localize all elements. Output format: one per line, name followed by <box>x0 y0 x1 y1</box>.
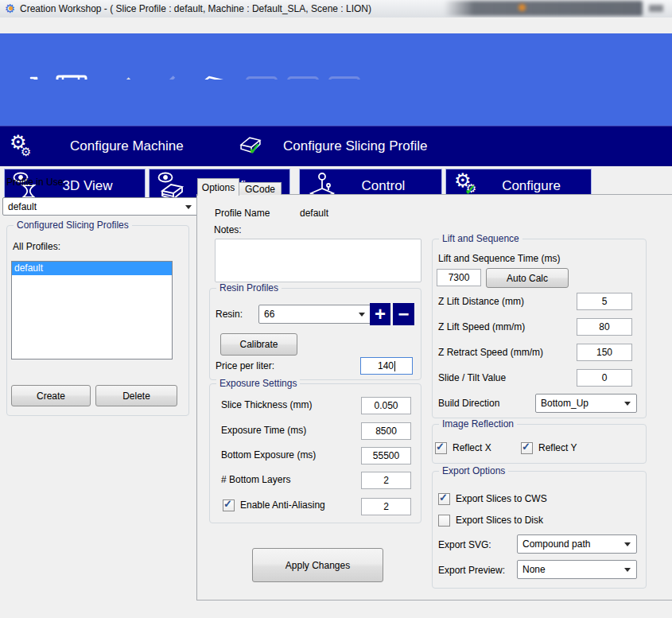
add-resin-button[interactable]: + <box>370 303 390 325</box>
export-disk-label: Export Slices to Disk <box>456 515 543 527</box>
anti-aliasing-input[interactable]: 2 <box>361 498 411 515</box>
delete-button[interactable]: Delete <box>95 385 177 406</box>
export-svg-select[interactable]: Compound path <box>517 534 637 554</box>
menu-bar: File Help <box>0 17 672 33</box>
reflect-y-checkbox[interactable] <box>521 442 533 454</box>
slice-thickness-input[interactable]: 0.050 <box>361 397 411 414</box>
check-icon: ✓ <box>248 139 262 158</box>
export-cws-checkbox[interactable] <box>438 493 450 505</box>
auto-calc-button[interactable]: Auto Calc <box>486 268 569 288</box>
exposure-time-input[interactable]: 8500 <box>361 422 411 440</box>
export-cws-row: Export Slices to CWS <box>438 493 547 505</box>
text-caret <box>394 361 395 371</box>
tab-gcode[interactable]: GCode <box>239 182 282 195</box>
list-item-default[interactable]: default <box>12 262 172 275</box>
title-bar: ⚙ Creation Workshop - ( Slice Profile : … <box>0 0 672 18</box>
build-direction-value: Bottom_Up <box>541 398 588 409</box>
export-cws-label: Export Slices to CWS <box>456 493 547 505</box>
export-svg-value: Compound path <box>522 538 590 550</box>
reflect-y-label: Reflect Y <box>538 442 577 454</box>
z-retract-speed-input[interactable]: 150 <box>577 344 632 361</box>
export-preview-value: None <box>522 564 546 575</box>
group-title: Lift and Sequence <box>439 233 522 245</box>
export-disk-checkbox[interactable] <box>438 515 450 527</box>
all-profiles-label: All Profiles: <box>13 241 60 253</box>
z-lift-distance-input[interactable]: 5 <box>577 293 632 310</box>
anti-aliasing-checkbox[interactable] <box>223 499 235 511</box>
configure-machine-item[interactable]: ⚙ ⚙ Configure Machine <box>10 126 184 166</box>
export-svg-label: Export SVG: <box>438 539 491 551</box>
group-title: Exposure Settings <box>216 378 300 390</box>
configure-slicing-profile-item[interactable]: ✓ Configure Slicing Profile <box>239 126 427 166</box>
reflect-x-checkbox[interactable] <box>435 442 447 454</box>
toolbar <box>0 33 672 80</box>
app-icon: ⚙ <box>5 2 17 14</box>
profile-name-label: Profile Name <box>215 208 270 220</box>
profile-in-use-value: default <box>8 201 37 212</box>
price-per-liter-label: Price per liter: <box>216 360 274 372</box>
remove-resin-button[interactable]: − <box>393 303 414 325</box>
reflect-x-row: Reflect X <box>435 442 491 454</box>
tab-label: Control <box>336 178 441 194</box>
bottom-layers-label: # Bottom Layers <box>221 474 290 486</box>
anti-aliasing-row: Enable Anti-Aliasing <box>223 499 325 511</box>
price-per-liter-input[interactable]: 140 <box>360 357 413 375</box>
tab-options[interactable]: Options <box>197 178 239 196</box>
configure-subnav: ⚙ ⚙ Configure Machine ✓ Configure Slicin… <box>0 126 672 166</box>
lift-time-input[interactable]: 7300 <box>437 269 481 286</box>
profile-in-use-select[interactable]: default <box>2 197 198 216</box>
z-lift-speed-label: Z Lift Speed (mm/m) <box>438 321 525 333</box>
tab-label: Configure <box>483 178 591 194</box>
app-window: ⚙ Creation Workshop - ( Slice Profile : … <box>0 0 672 618</box>
profile-name-value: default <box>300 208 328 220</box>
eye-slice-icon <box>157 171 186 201</box>
chevron-down-icon <box>359 313 365 317</box>
anti-aliasing-label: Enable Anti-Aliasing <box>240 499 325 511</box>
chevron-down-icon <box>185 205 192 209</box>
export-preview-label: Export Preview: <box>438 565 505 577</box>
profile-in-use-label: Profile in Use: <box>6 177 66 189</box>
create-button[interactable]: Create <box>11 385 91 406</box>
background-window-blur <box>649 5 663 12</box>
resin-label: Resin: <box>216 309 243 321</box>
price-value: 140 <box>378 360 394 371</box>
subnav-label: Configure Machine <box>70 138 184 154</box>
notes-textarea[interactable] <box>215 239 421 282</box>
group-title: Configured Slicing Profiles <box>14 220 132 231</box>
background-window-blur <box>444 1 643 16</box>
slide-tilt-label: Slide / Tilt Value <box>438 372 506 384</box>
exposure-time-label: Exposure Time (ms) <box>221 425 306 437</box>
group-title: Image Reflection <box>439 418 517 430</box>
reflect-x-label: Reflect X <box>453 442 491 454</box>
z-lift-distance-label: Z Lift Distance (mm) <box>438 296 524 308</box>
group-title: Export Options <box>439 465 508 477</box>
window-title: Creation Workshop - ( Slice Profile : de… <box>20 3 371 14</box>
reflect-y-row: Reflect Y <box>521 442 577 454</box>
background-window-blur <box>519 4 526 11</box>
slice-thickness-label: Slice Thickness (mm) <box>221 399 312 411</box>
export-preview-select[interactable]: None <box>517 560 637 579</box>
z-retract-speed-label: Z Retract Speed (mm/m) <box>438 347 543 359</box>
profiles-listbox[interactable]: default <box>11 261 173 360</box>
z-lift-speed-input[interactable]: 80 <box>577 318 632 336</box>
subnav-label: Configure Slicing Profile <box>283 138 427 154</box>
lift-time-label: Lift and Sequence Time (ms) <box>438 253 560 265</box>
group-title: Resin Profiles <box>216 282 282 294</box>
chevron-down-icon <box>624 568 631 572</box>
resin-select[interactable]: 66 <box>258 305 371 324</box>
bottom-exposure-input[interactable]: 55500 <box>361 447 411 464</box>
chevron-down-icon <box>624 542 631 546</box>
calibrate-button[interactable]: Calibrate <box>220 333 297 356</box>
build-direction-select[interactable]: Bottom_Up <box>535 394 637 413</box>
build-direction-label: Build Direction <box>438 398 499 410</box>
slide-tilt-input[interactable]: 0 <box>577 369 632 387</box>
bottom-exposure-label: Bottom Exposure (ms) <box>221 449 316 461</box>
notes-label: Notes: <box>214 224 242 236</box>
gears-icon: ⚙ ⚙ <box>10 131 40 161</box>
apply-changes-button[interactable]: Apply Changes <box>252 548 383 582</box>
bottom-layers-input[interactable]: 2 <box>361 472 411 489</box>
main-nav: 3D View Slice View <box>0 80 672 126</box>
slice-check-icon: ✓ <box>239 131 270 161</box>
resin-value: 66 <box>264 309 274 320</box>
chevron-down-icon <box>624 402 631 406</box>
